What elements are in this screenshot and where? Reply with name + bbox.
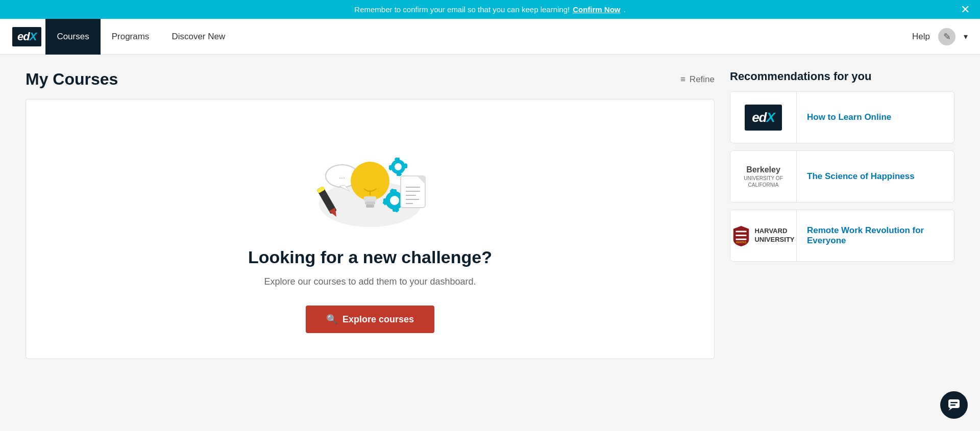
berkeley-brand-logo: Berkeley UNIVERSITY OF CALIFORNIA xyxy=(730,165,796,189)
recommendations-sidebar: Recommendations for you edX How to Learn… xyxy=(730,70,954,269)
search-icon: 🔍 xyxy=(326,314,337,325)
harvard-shield-icon: VERITAS xyxy=(732,225,750,246)
refine-button[interactable]: ≡ Refine xyxy=(680,74,715,85)
rec-title-edx[interactable]: How to Learn Online xyxy=(797,112,901,122)
nav-help-link[interactable]: Help xyxy=(912,32,930,42)
harvard-brand-logo: VERITAS HARVARD UNIVERSITY xyxy=(732,225,794,246)
confirm-link[interactable]: Confirm Now xyxy=(573,5,620,14)
recommendations-title: Recommendations for you xyxy=(730,70,954,83)
edx-logo[interactable]: edX xyxy=(12,27,41,46)
recommendation-card-harvard: VERITAS HARVARD UNIVERSITY Remote Work R… xyxy=(730,210,954,262)
svg-rect-8 xyxy=(364,196,376,201)
rec-title-harvard[interactable]: Remote Work Revolution for Everyone xyxy=(797,225,954,246)
nav-right: Help ✎ ▾ xyxy=(912,28,968,45)
refine-icon: ≡ xyxy=(680,74,685,85)
main-empty-card: ... xyxy=(26,99,715,359)
svg-point-13 xyxy=(395,163,402,170)
nav-item-courses[interactable]: Courses xyxy=(45,19,100,55)
banner-message: Remember to confirm your email so that y… xyxy=(354,5,570,14)
svg-point-23 xyxy=(390,196,399,205)
navbar: edX Courses Programs Discover New Help ✎… xyxy=(0,19,980,55)
nav-chevron-icon[interactable]: ▾ xyxy=(964,32,968,41)
recommendation-card-edx: edX How to Learn Online xyxy=(730,91,954,143)
empty-state-illustration: ... xyxy=(304,130,436,232)
refine-label: Refine xyxy=(690,74,715,85)
svg-rect-39 xyxy=(736,231,747,232)
main-container: My Courses ≡ Refine ... xyxy=(0,55,980,374)
banner-suffix: . xyxy=(624,5,626,14)
svg-text:VERITAS: VERITAS xyxy=(736,241,746,244)
svg-rect-10 xyxy=(366,205,374,208)
explore-courses-button[interactable]: 🔍 Explore courses xyxy=(306,306,434,333)
user-avatar[interactable]: ✎ xyxy=(938,28,955,45)
svg-rect-9 xyxy=(365,201,375,205)
recommendation-card-berkeley: Berkeley UNIVERSITY OF CALIFORNIA The Sc… xyxy=(730,150,954,202)
page-title: My Courses xyxy=(26,70,118,89)
edx-brand-logo: edX xyxy=(745,105,782,131)
svg-rect-41 xyxy=(736,239,747,240)
left-section: My Courses ≡ Refine ... xyxy=(26,70,715,359)
challenge-subtitle: Explore our courses to add them to your … xyxy=(264,276,476,287)
rec-title-berkeley[interactable]: The Science of Happiness xyxy=(797,171,925,182)
top-banner: Remember to confirm your email so that y… xyxy=(0,0,980,19)
svg-rect-40 xyxy=(736,235,747,236)
nav-item-programs[interactable]: Programs xyxy=(101,32,161,42)
rec-logo-berkeley: Berkeley UNIVERSITY OF CALIFORNIA xyxy=(730,151,797,202)
svg-text:...: ... xyxy=(339,172,345,180)
banner-close-button[interactable]: ✕ xyxy=(961,4,970,15)
rec-logo-harvard: VERITAS HARVARD UNIVERSITY xyxy=(730,210,797,261)
page-header: My Courses ≡ Refine xyxy=(26,70,715,89)
nav-item-discover[interactable]: Discover New xyxy=(160,32,236,42)
challenge-title: Looking for a new challenge? xyxy=(248,247,492,267)
rec-logo-edx: edX xyxy=(730,92,797,143)
